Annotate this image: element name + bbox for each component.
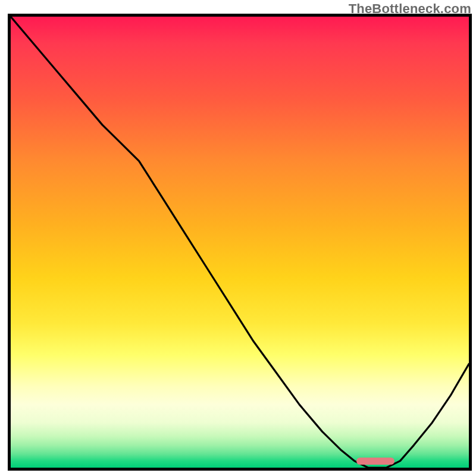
optimal-range-marker (356, 458, 394, 465)
curve-path (11, 17, 469, 468)
chart-container: TheBottleneck.com (0, 0, 476, 476)
curve-svg (11, 17, 469, 468)
watermark-text: TheBottleneck.com (349, 1, 471, 17)
plot-area (11, 17, 469, 468)
